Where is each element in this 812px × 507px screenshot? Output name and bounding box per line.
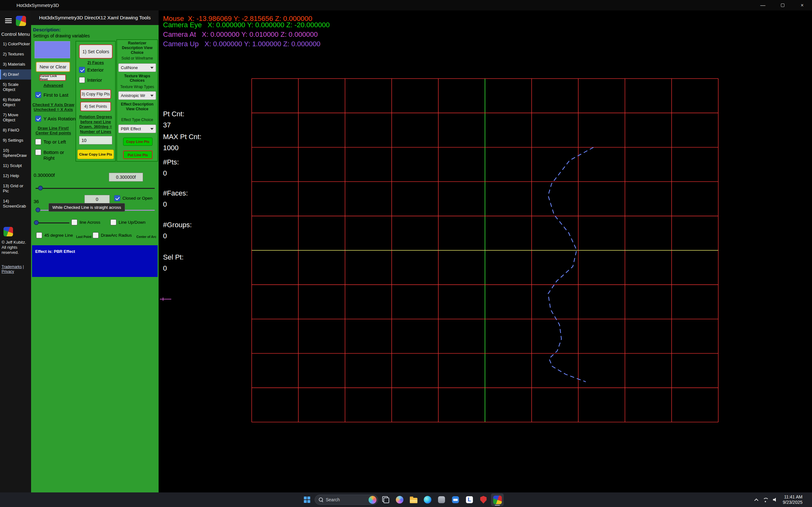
stat-3: #Pts:0 bbox=[163, 158, 179, 177]
sidebar-item-11[interactable]: 11) Sculpt bbox=[0, 161, 31, 171]
clock[interactable]: 11:41 AM 9/23/2025 bbox=[783, 494, 803, 505]
unchecked-checkbox-icon[interactable] bbox=[35, 139, 41, 145]
sidebar: Control Menu 1) ColorPicker2) Textures3)… bbox=[0, 10, 31, 493]
chevron-down-icon bbox=[150, 128, 154, 130]
set-points-button[interactable]: 4) Set Points bbox=[80, 102, 111, 111]
drawing-canvas[interactable]: Mouse X: -13.986069 Y: -2.815656 Z: 0.00… bbox=[159, 10, 812, 493]
store-button[interactable] bbox=[435, 493, 448, 506]
file-explorer-icon bbox=[410, 498, 417, 503]
security-button[interactable] bbox=[477, 493, 490, 506]
sidebar-item-9[interactable]: 9) Settings bbox=[0, 135, 31, 146]
stat-5: #Groups:0 bbox=[163, 221, 192, 240]
search-copilot-icon[interactable] bbox=[368, 496, 376, 504]
unchecked-checkbox-icon[interactable] bbox=[36, 232, 42, 238]
mail-button[interactable] bbox=[449, 493, 462, 506]
new-or-clear-button[interactable]: New or Clear bbox=[36, 62, 70, 72]
45-degree-line-checkbox[interactable]: 45 degree Line bbox=[36, 232, 73, 238]
sidebar-item-5[interactable]: 5) Scale Object bbox=[0, 79, 31, 95]
maximize-button[interactable] bbox=[773, 0, 792, 10]
linqpad-icon: L bbox=[466, 496, 473, 503]
close-button[interactable]: × bbox=[792, 0, 812, 10]
start-button[interactable] bbox=[301, 493, 313, 506]
sidebar-item-13[interactable]: 13) Grid or Pic bbox=[0, 181, 31, 196]
texture-wrap-dropdown[interactable]: Anistropic Wr bbox=[118, 91, 156, 100]
copy-flip-pts-button[interactable]: 3) Copy Flip Pts bbox=[80, 89, 111, 99]
faces-link[interactable]: 2) Faces bbox=[76, 60, 115, 65]
hidden-icons-chevron-icon[interactable] bbox=[754, 498, 758, 503]
maximize-icon bbox=[781, 3, 784, 7]
rotation-degrees-input[interactable]: 10 bbox=[79, 136, 112, 145]
slider-thumb[interactable] bbox=[38, 186, 43, 190]
sidebar-item-7[interactable]: 7) Move Object bbox=[0, 110, 31, 125]
task-view-button[interactable] bbox=[379, 493, 392, 506]
hamburger-menu-icon[interactable] bbox=[5, 18, 12, 23]
first-to-last-checkbox[interactable]: First to Last bbox=[35, 92, 68, 98]
file-explorer-button[interactable] bbox=[407, 493, 420, 506]
sidebar-item-3[interactable]: 3) Materials bbox=[0, 59, 31, 69]
unchecked-checkbox-icon[interactable] bbox=[79, 77, 85, 83]
camera-at-coordinates: Camera At X: 0.000000 Y: 0.010000 Z: 0.0… bbox=[163, 31, 318, 39]
slider-track[interactable] bbox=[36, 188, 155, 189]
copilot-button[interactable] bbox=[393, 493, 406, 506]
sidebar-item-4[interactable]: 4) Draw! bbox=[0, 69, 31, 79]
draw-line-first-link[interactable]: Draw Line First! Center End points bbox=[31, 126, 75, 135]
checked-checkbox-icon[interactable] bbox=[35, 116, 41, 122]
advanced-link[interactable]: Advanced bbox=[31, 83, 75, 88]
cull-mode-dropdown[interactable]: CullNone bbox=[118, 63, 156, 72]
wifi-icon[interactable] bbox=[763, 498, 768, 502]
float-slider[interactable] bbox=[36, 186, 155, 191]
line-up-down-checkbox[interactable]: Line Up/Down bbox=[110, 219, 146, 225]
rotation-degrees-link[interactable]: Rotation Degrees before next Line Drawn.… bbox=[78, 115, 114, 134]
titlebar: Hot3dxSymmetry3D — × bbox=[0, 0, 812, 10]
sidebar-item-1[interactable]: 1) ColorPicker bbox=[0, 39, 31, 49]
line-across-slider[interactable] bbox=[34, 220, 69, 225]
unchecked-checkbox-icon[interactable] bbox=[93, 232, 99, 238]
bottom-or-right-checkbox[interactable]: Bottom or Right bbox=[35, 149, 72, 161]
linqpad-button[interactable]: L bbox=[463, 493, 476, 506]
volume-icon[interactable] bbox=[773, 498, 778, 502]
float-value-label: 0.300000f bbox=[34, 172, 55, 178]
checked-checkbox-icon[interactable] bbox=[114, 195, 120, 201]
slider-track[interactable] bbox=[34, 222, 69, 223]
interior-checkbox[interactable]: Interior bbox=[79, 77, 102, 83]
sidebar-item-2[interactable]: 2) Textures bbox=[0, 49, 31, 59]
sidebar-item-6[interactable]: 6) Rotate Object bbox=[0, 95, 31, 110]
window-title: Hot3dxSymmetry3D bbox=[16, 3, 59, 8]
edge-button[interactable] bbox=[421, 493, 434, 506]
drawarc-radius-checkbox[interactable]: DrawArc Radius bbox=[93, 232, 132, 238]
clear-copy-line-pts-button[interactable]: Clear Copy Line Pts bbox=[78, 150, 114, 159]
hot3dx-app-button[interactable] bbox=[491, 493, 504, 506]
minimize-button[interactable]: — bbox=[753, 0, 773, 10]
float-value-textbox[interactable]: 0.300000f bbox=[109, 173, 143, 181]
edge-icon bbox=[424, 496, 432, 504]
sidebar-item-10[interactable]: 10) SphereDraw bbox=[0, 146, 31, 161]
rasterizer-subpanel: Rasterizer Description View Choice Solid… bbox=[116, 39, 158, 162]
top-or-left-checkbox[interactable]: Top or Left bbox=[35, 139, 66, 145]
y-axis-rotation-checkbox[interactable]: Y Axis Rotation bbox=[35, 116, 75, 122]
cursor-lock-reset-button[interactable]: Cursor Lock Reset bbox=[39, 74, 66, 81]
closed-or-open-checkbox[interactable]: Closed or Open bbox=[114, 195, 153, 201]
set-colors-button[interactable]: 1) Set Colors bbox=[79, 44, 113, 59]
exterior-checkbox[interactable]: Exterior bbox=[79, 67, 104, 73]
checked-checkbox-icon[interactable] bbox=[35, 92, 41, 98]
slider-thumb[interactable] bbox=[36, 208, 40, 212]
current-color-swatch[interactable] bbox=[35, 41, 70, 58]
app-logo-bottom-icon bbox=[3, 227, 13, 236]
search-input[interactable]: Search bbox=[315, 495, 378, 505]
checked-checkbox-icon[interactable] bbox=[79, 67, 85, 73]
sidebar-item-14[interactable]: 14) ScreenGrab bbox=[0, 196, 31, 211]
privacy-link[interactable]: Privacy bbox=[2, 269, 14, 274]
effect-type-dropdown[interactable]: PBR Effect bbox=[118, 124, 156, 133]
y-axis-note-link[interactable]: Checked Y Axis Draw Unchecked = X Axis bbox=[31, 102, 75, 112]
slider-thumb[interactable] bbox=[34, 220, 39, 225]
line-across-checkbox[interactable]: line Across bbox=[71, 219, 100, 225]
unchecked-checkbox-icon[interactable] bbox=[110, 219, 116, 225]
unchecked-checkbox-icon[interactable] bbox=[35, 149, 41, 155]
unchecked-checkbox-icon[interactable] bbox=[71, 219, 78, 225]
put-line-pts-button[interactable]: Put Line Pts bbox=[123, 151, 153, 159]
copy-line-pts-button[interactable]: Copy Line Pts bbox=[123, 137, 153, 146]
trademarks-link[interactable]: Trademarks bbox=[2, 265, 22, 269]
sidebar-item-12[interactable]: 12) Help bbox=[0, 171, 31, 181]
degrees-textbox[interactable]: 0 bbox=[84, 195, 110, 204]
sidebar-item-8[interactable]: 8) FileIO bbox=[0, 125, 31, 135]
